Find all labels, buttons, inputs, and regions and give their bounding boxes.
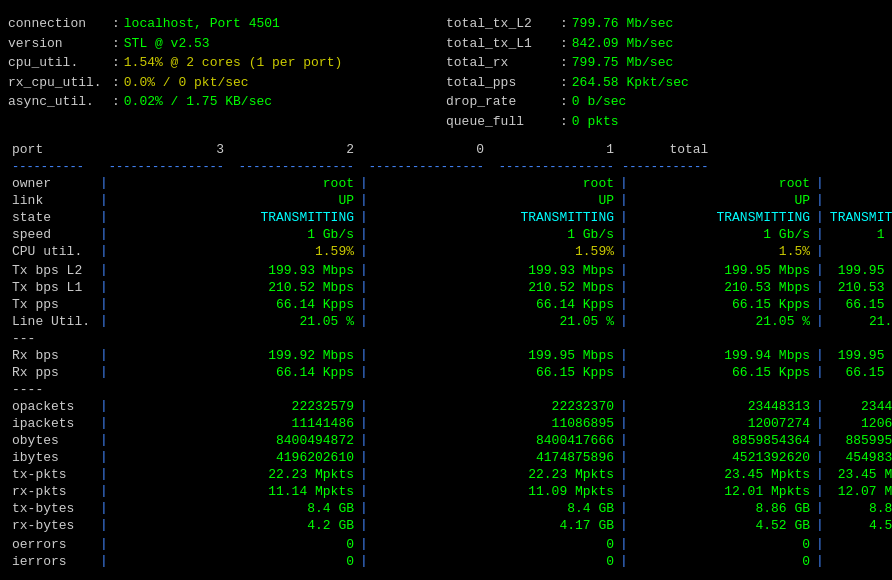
cell-value: 12065938 [826,415,892,432]
cell-value: 8.4 GB [228,500,358,517]
col-separator: | [98,466,228,483]
table-row: speed|1 Gb/s|1 Gb/s|1 Gb/s|1 Gb/s [8,226,892,243]
stat-key: total_rx [446,53,556,73]
col-separator: | [814,209,826,226]
table-row: Tx pps|66.14 Kpps|66.14 Kpps|66.15 Kpps|… [8,296,892,313]
stat-val: 0.0% / 0 pkt/sec [124,73,249,93]
col-separator: | [98,243,228,260]
cell-value: 210.52 Mbps [228,279,358,296]
col-separator: | [358,175,488,192]
row-label: Tx bps L2 [8,262,98,279]
stat-sep: : [112,92,120,112]
cell-value: 12.07 Mpkts [826,483,892,500]
col-separator: | [618,449,712,466]
global-stats-body: connection : localhost, Port 4501version… [8,14,884,131]
col-separator: | [98,500,228,517]
row-label: Rx pps [8,364,98,381]
cell-value: 4.2 GB [228,517,358,534]
stat-row-queue-full: queue_full : 0 pkts [446,112,884,132]
table-row: CPU util.|1.59%|1.59%|1.5%|1.5% [8,243,892,260]
stats-left: connection : localhost, Port 4501version… [8,14,446,131]
cell-value: 199.95 Mbps [488,347,618,364]
col-separator: | [618,209,712,226]
stat-val: 799.75 Mb/sec [572,53,673,73]
col-separator: | [618,500,712,517]
table-row: Line Util.|21.05 %|21.05 %|21.05 %|21.05… [8,313,892,330]
stat-val: 0 pkts [572,112,619,132]
cell-value: TRANSMITTING [712,209,814,226]
col-separator: | [98,553,228,570]
stat-val: 842.09 Mb/sec [572,34,673,54]
stat-sep: : [560,34,568,54]
col-header-port: port [8,141,98,159]
cell-value: 0 [228,553,358,570]
stat-val: 0.02% / 1.75 KB/sec [124,92,272,112]
table-row: obytes|8400494872|8400417666|8859854364|… [8,432,892,449]
col-separator: | [98,192,228,209]
cell-value: 1 Gb/s [488,226,618,243]
dash-cell: ---------------- [358,159,488,175]
col-separator: | [814,296,826,313]
stat-val: STL @ v2.53 [124,34,210,54]
cell-value: 199.93 Mbps [228,262,358,279]
col-separator: | [358,313,488,330]
col-separator: | [814,483,826,500]
cell-value: 22.23 Mpkts [488,466,618,483]
col-header-total: total [618,141,712,159]
row-label: state [8,209,98,226]
stat-sep: : [560,112,568,132]
col-separator: | [98,449,228,466]
col-separator: | [358,536,488,553]
col-separator: | [618,262,712,279]
stat-sep: : [560,14,568,34]
col-separator: | [98,262,228,279]
col-separator: | [618,432,712,449]
cell-value: 4521392620 [712,449,814,466]
cell-value: 11086895 [488,415,618,432]
cell-value: 4.17 GB [488,517,618,534]
table-row: opackets|22232579|22232370|23448313|2344… [8,398,892,415]
table-row: tx-bytes|8.4 GB|8.4 GB|8.86 GB|8.86 GB34… [8,500,892,517]
cell-value: 1.59% [488,243,618,260]
row-label: ibytes [8,449,98,466]
cell-value: 4196202610 [228,449,358,466]
cell-value: TRANSMITTING [228,209,358,226]
cell-value: UP [228,192,358,209]
stat-val: 264.58 Kpkt/sec [572,73,689,93]
cell-value: root [826,175,892,192]
cell-value: 11.09 Mpkts [488,483,618,500]
col-separator: | [814,262,826,279]
row-label: Tx bps L1 [8,279,98,296]
row-label: speed [8,226,98,243]
table-row: ipackets|11141486|11086895|12007274|1206… [8,415,892,432]
cell-value: 23.45 Mpkts [826,466,892,483]
stat-sep: : [560,73,568,93]
col-separator: | [98,536,228,553]
col-separator: | [358,432,488,449]
cell-value: root [488,175,618,192]
col-separator: | [814,466,826,483]
cell-value: 11.14 Mpkts [228,483,358,500]
cell-value: 66.14 Kpps [228,364,358,381]
stat-sep: : [112,53,120,73]
stat-key: cpu_util. [8,53,108,73]
col-separator: | [358,398,488,415]
table-row: ---- [8,381,892,398]
row-label: Line Util. [8,313,98,330]
stat-key: rx_cpu_util. [8,73,108,93]
separator-cell: ---- [8,381,712,398]
col-separator: | [98,517,228,534]
cell-value: 1 Gb/s [826,226,892,243]
col-separator: | [98,483,228,500]
col-separator: | [358,347,488,364]
stat-row-drop-rate: drop_rate : 0 b/sec [446,92,884,112]
cell-value: 22.23 Mpkts [228,466,358,483]
col-separator: | [618,466,712,483]
col-separator: | [814,449,826,466]
col-separator: | [98,415,228,432]
cell-value: 210.53 Mbps [826,279,892,296]
cell-value: 199.95 Mbps [712,262,814,279]
cell-value: 23.45 Mpkts [712,466,814,483]
stat-row-total-pps: total_pps : 264.58 Kpkt/sec [446,73,884,93]
cell-value: 0 [488,553,618,570]
